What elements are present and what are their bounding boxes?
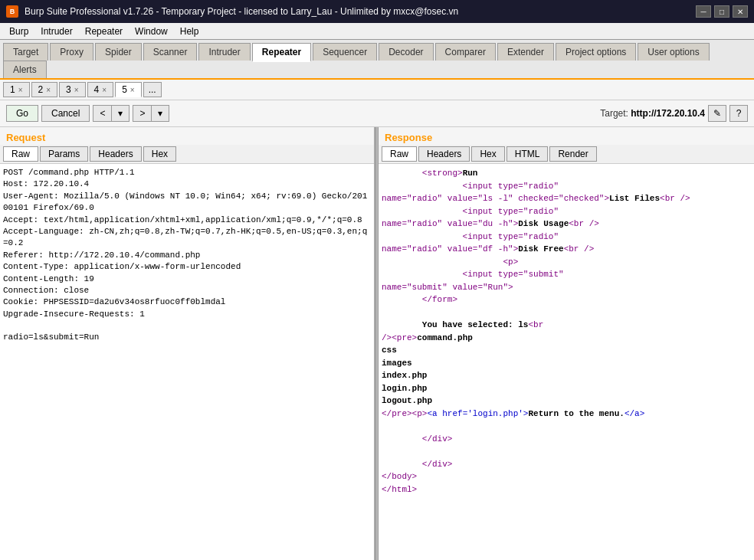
- response-panel: Response Raw Headers Hex HTML Render <st…: [379, 127, 754, 560]
- tab-spider[interactable]: Spider: [95, 43, 142, 61]
- close-tab-2-icon[interactable]: ×: [46, 86, 51, 94]
- app-icon: B: [6, 5, 18, 18]
- repeater-tab-more[interactable]: ...: [143, 82, 162, 97]
- close-button[interactable]: ✕: [733, 5, 748, 18]
- nav-fwd-dropdown-button[interactable]: ▾: [151, 105, 169, 122]
- request-title: Request: [0, 127, 374, 145]
- target-url: http://172.20.10.4: [631, 108, 705, 119]
- response-tab-hex[interactable]: Hex: [471, 146, 504, 162]
- close-tab-4-icon[interactable]: ×: [102, 86, 107, 94]
- titlebar: B Burp Suite Professional v1.7.26 - Temp…: [0, 0, 754, 23]
- tab-target[interactable]: Target: [3, 43, 48, 61]
- tab-sequencer[interactable]: Sequencer: [313, 43, 377, 61]
- response-raw-content[interactable]: <strong>Run <input type="radio" name="ra…: [379, 164, 754, 560]
- repeater-tab-5[interactable]: 5 ×: [115, 82, 142, 97]
- tab-intruder[interactable]: Intruder: [198, 43, 250, 61]
- maximize-button[interactable]: □: [714, 5, 729, 18]
- target-help-button[interactable]: ?: [729, 105, 748, 122]
- nav-fwd-button[interactable]: >: [133, 105, 151, 122]
- titlebar-title: Burp Suite Professional v1.7.26 - Tempor…: [25, 6, 458, 17]
- close-tab-5-icon[interactable]: ×: [130, 86, 135, 94]
- request-tab-headers[interactable]: Headers: [90, 146, 141, 162]
- tab-scanner[interactable]: Scanner: [143, 43, 198, 61]
- menu-repeater[interactable]: Repeater: [79, 25, 129, 38]
- tab-proxy[interactable]: Proxy: [50, 43, 93, 61]
- repeater-tab-4[interactable]: 4 ×: [87, 82, 114, 97]
- nav-back-group: < ▾: [93, 105, 129, 122]
- tab-alerts[interactable]: Alerts: [3, 61, 47, 78]
- menu-window[interactable]: Window: [129, 25, 174, 38]
- response-title: Response: [379, 127, 754, 145]
- tab-user-options[interactable]: User options: [638, 43, 709, 61]
- response-tab-raw[interactable]: Raw: [382, 146, 417, 162]
- repeater-tab-bar: 1 × 2 × 3 × 4 × 5 × ...: [0, 80, 754, 100]
- main-tab-bar: Target Proxy Spider Scanner Intruder Rep…: [0, 40, 754, 80]
- titlebar-left: B Burp Suite Professional v1.7.26 - Temp…: [6, 5, 458, 18]
- go-button[interactable]: Go: [6, 105, 38, 122]
- tab-comparer[interactable]: Comparer: [435, 43, 496, 61]
- response-tab-html[interactable]: HTML: [506, 146, 549, 162]
- target-prefix: Target:: [600, 108, 631, 119]
- response-sub-tabs: Raw Headers Hex HTML Render: [379, 145, 754, 164]
- titlebar-controls[interactable]: ─ □ ✕: [696, 5, 748, 18]
- request-panel: Request Raw Params Headers Hex POST /com…: [0, 127, 375, 560]
- close-tab-1-icon[interactable]: ×: [18, 86, 23, 94]
- response-tab-render[interactable]: Render: [549, 146, 596, 162]
- repeater-tab-1[interactable]: 1 ×: [3, 82, 30, 97]
- response-tab-headers[interactable]: Headers: [418, 146, 470, 162]
- request-raw-content[interactable]: POST /command.php HTTP/1.1 Host: 172.20.…: [0, 164, 374, 560]
- target-edit-button[interactable]: ✎: [708, 105, 726, 122]
- menu-help[interactable]: Help: [174, 25, 205, 38]
- tab-repeater[interactable]: Repeater: [252, 43, 311, 62]
- response-body: <strong>Run <input type="radio" name="ra…: [379, 164, 754, 560]
- close-tab-3-icon[interactable]: ×: [74, 86, 79, 94]
- target-label: Target: http://172.20.10.4: [600, 108, 705, 119]
- tab-project-options[interactable]: Project options: [556, 43, 636, 61]
- request-sub-tabs: Raw Params Headers Hex: [0, 145, 374, 164]
- repeater-tab-2[interactable]: 2 ×: [31, 82, 58, 97]
- cancel-button[interactable]: Cancel: [41, 105, 90, 122]
- menu-burp[interactable]: Burp: [3, 25, 34, 38]
- request-tab-hex[interactable]: Hex: [143, 146, 176, 162]
- menu-intruder[interactable]: Intruder: [34, 25, 78, 38]
- tab-extender[interactable]: Extender: [497, 43, 554, 61]
- request-body: POST /command.php HTTP/1.1 Host: 172.20.…: [0, 164, 374, 560]
- tab-decoder[interactable]: Decoder: [379, 43, 433, 61]
- toolbar: Go Cancel < ▾ > ▾ Target: http://172.20.…: [0, 100, 754, 127]
- request-tab-raw[interactable]: Raw: [3, 146, 38, 162]
- repeater-tab-3[interactable]: 3 ×: [59, 82, 86, 97]
- nav-back-button[interactable]: <: [93, 105, 111, 122]
- content-area: Request Raw Params Headers Hex POST /com…: [0, 127, 754, 560]
- menubar: Burp Intruder Repeater Window Help: [0, 23, 754, 40]
- request-tab-params[interactable]: Params: [40, 146, 88, 162]
- nav-back-dropdown-button[interactable]: ▾: [111, 105, 129, 122]
- minimize-button[interactable]: ─: [696, 5, 711, 18]
- nav-fwd-group: > ▾: [133, 105, 169, 122]
